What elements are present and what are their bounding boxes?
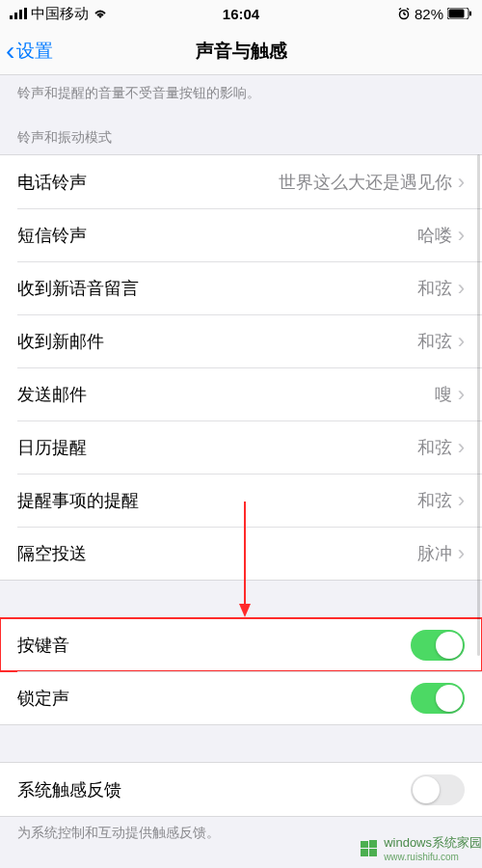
volume-note: 铃声和提醒的音量不受音量按钮的影响。 xyxy=(0,75,482,110)
chevron-right-icon: › xyxy=(458,384,465,405)
row-value: 世界这么大还是遇见你 xyxy=(279,171,452,194)
row-newmail[interactable]: 收到新邮件 和弦 › xyxy=(0,314,482,367)
row-value: 和弦 xyxy=(417,277,452,300)
watermark: windows系统家园 www.ruishifu.com xyxy=(359,834,482,862)
svg-rect-17 xyxy=(369,849,377,856)
row-calendar[interactable]: 日历提醒 和弦 › xyxy=(0,420,482,474)
row-value: 嗖 xyxy=(435,383,452,406)
chevron-right-icon: › xyxy=(458,172,465,193)
row-value: 和弦 xyxy=(417,330,452,353)
back-label: 设置 xyxy=(16,39,53,64)
row-label: 隔空投送 xyxy=(17,542,87,565)
section-header-ringtones: 铃声和振动模式 xyxy=(0,110,482,154)
chevron-right-icon: › xyxy=(458,437,465,458)
group-ringtones: 电话铃声 世界这么大还是遇见你 › 短信铃声 哈喽 › 收到新语音留言 和弦 ›… xyxy=(0,154,482,581)
toggle-system-haptics[interactable] xyxy=(411,774,465,805)
row-sentmail[interactable]: 发送邮件 嗖 › xyxy=(0,367,482,420)
toggle-lock-sound[interactable] xyxy=(411,683,465,714)
row-label: 发送邮件 xyxy=(17,383,87,406)
row-label: 锁定声 xyxy=(17,687,69,710)
chevron-right-icon: › xyxy=(458,331,465,352)
row-value: 哈喽 xyxy=(417,224,452,247)
nav-bar: ‹ 设置 声音与触感 xyxy=(0,27,482,75)
svg-rect-16 xyxy=(361,849,368,856)
row-value: 脉冲 xyxy=(417,542,452,565)
toggle-keyboard-clicks[interactable] xyxy=(411,630,465,661)
row-ringtone[interactable]: 电话铃声 世界这么大还是遇见你 › xyxy=(0,155,482,208)
row-value: 和弦 xyxy=(417,436,452,459)
svg-rect-15 xyxy=(369,840,377,848)
row-label: 收到新语音留言 xyxy=(17,277,139,300)
row-value: 和弦 xyxy=(417,489,452,512)
back-button[interactable]: ‹ 设置 xyxy=(0,38,53,65)
row-label: 按键音 xyxy=(17,634,69,657)
group-haptic: 系统触感反馈 xyxy=(0,762,482,817)
status-bar: 中国移动 16:04 82% xyxy=(0,0,482,27)
scrollbar[interactable] xyxy=(477,154,480,656)
row-airdrop[interactable]: 隔空投送 脉冲 › xyxy=(0,527,482,580)
row-label: 收到新邮件 xyxy=(17,330,104,353)
chevron-left-icon: ‹ xyxy=(6,38,14,65)
row-voicemail[interactable]: 收到新语音留言 和弦 › xyxy=(0,261,482,314)
chevron-right-icon: › xyxy=(458,225,465,246)
chevron-right-icon: › xyxy=(458,543,465,564)
row-keyboard-clicks[interactable]: 按键音 xyxy=(0,618,482,671)
page-title: 声音与触感 xyxy=(0,39,482,64)
row-label: 电话铃声 xyxy=(17,171,87,194)
row-lock-sound[interactable]: 锁定声 xyxy=(0,671,482,724)
chevron-right-icon: › xyxy=(458,278,465,299)
chevron-right-icon: › xyxy=(458,490,465,511)
status-time: 16:04 xyxy=(0,6,482,22)
row-system-haptics[interactable]: 系统触感反馈 xyxy=(0,763,482,816)
row-texttone[interactable]: 短信铃声 哈喽 › xyxy=(0,208,482,261)
svg-rect-14 xyxy=(361,841,368,848)
watermark-url: www.ruishifu.com xyxy=(384,852,482,862)
screen: 中国移动 16:04 82% ‹ 设置 声音与触感 铃声和提醒的音量不受音量按钮… xyxy=(0,0,482,868)
watermark-brand: windows系统家园 xyxy=(384,835,482,850)
row-label: 提醒事项的提醒 xyxy=(17,489,139,512)
row-reminder[interactable]: 提醒事项的提醒 和弦 › xyxy=(0,474,482,527)
row-label: 短信铃声 xyxy=(17,224,87,247)
row-label: 日历提醒 xyxy=(17,436,87,459)
row-label: 系统触感反馈 xyxy=(17,778,121,801)
group-sound-toggles: 按键音 锁定声 xyxy=(0,617,482,725)
